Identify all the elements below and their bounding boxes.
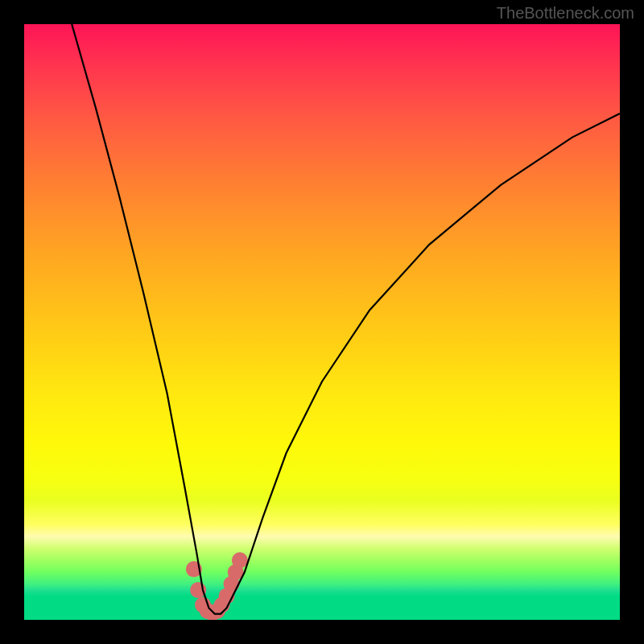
highlight-marker (232, 552, 248, 568)
main-curve (72, 24, 620, 614)
plot-area (24, 24, 620, 620)
chart-svg (24, 24, 620, 620)
chart-container: TheBottleneck.com (0, 0, 644, 644)
watermark-text: TheBottleneck.com (497, 4, 634, 23)
